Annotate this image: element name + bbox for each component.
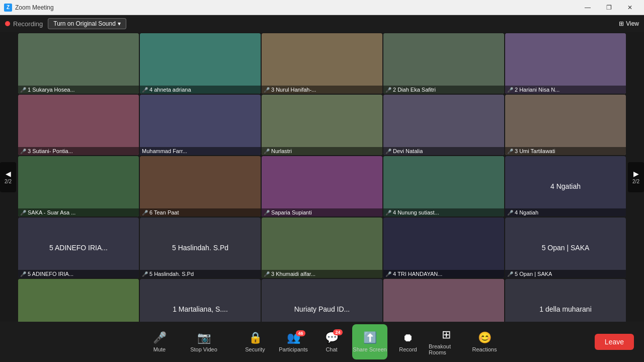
muted-icon: 🎤 <box>385 87 391 93</box>
top-toolbar: Recording Turn on Original Sound ▾ ⊞ Vie… <box>0 15 644 32</box>
participant-cell: Muhammad Farr... <box>140 95 261 155</box>
participants-button[interactable]: 👥 46 Participants <box>276 324 311 359</box>
bottom-toolbar: 🎤 Mute 📷 Stop Video 🔒 Security 👥 46 Part… <box>0 322 644 362</box>
participant-name-display: 5 Opan | SAKA <box>538 240 594 256</box>
participant-name: 3 Umi Tartilawati <box>515 148 555 154</box>
participant-name: 3 Khumaidi alfar... <box>271 271 315 277</box>
record-label: Record <box>399 346 417 352</box>
video-icon: 📷 <box>197 331 211 344</box>
title-bar: Z Zoom Meeting — ❐ ✕ <box>0 0 644 15</box>
muted-icon: 🎤 <box>507 149 513 154</box>
participant-name: 4 Ngatiah <box>515 209 538 215</box>
leave-button[interactable]: Leave <box>595 334 634 350</box>
muted-icon: 🎤 <box>264 210 270 215</box>
chat-label: Chat <box>326 346 337 352</box>
participant-label: 🎤Devi Natalia <box>383 147 504 155</box>
muted-icon: 🎤 <box>20 87 26 93</box>
participant-label: 🎤4 TRI HANDAYAN... <box>383 270 504 278</box>
participant-label: 🎤3 Khumaidi alfar... <box>262 270 382 278</box>
mute-button[interactable]: 🎤 Mute <box>142 324 177 359</box>
participant-cell: 🎤Saparia Supianti <box>262 156 382 216</box>
chat-icon: 💬 24 <box>325 331 339 344</box>
original-sound-button[interactable]: Turn on Original Sound ▾ <box>48 18 126 29</box>
reactions-icon: 😊 <box>478 331 492 344</box>
participant-name-display: Nuriaty Paud ID... <box>290 301 354 317</box>
participant-label: 🎤1 Sukarya Hosea... <box>18 86 139 94</box>
muted-icon: 🎤 <box>264 87 270 93</box>
recording-label: Recording <box>13 20 43 28</box>
participant-label: 🎤6 Tean Paat <box>140 208 261 216</box>
close-button[interactable]: ✕ <box>620 0 640 15</box>
participant-cell: 4 Ngatiah🎤4 Ngatiah <box>505 156 626 216</box>
mute-icon: 🎤 <box>153 331 167 344</box>
chat-button[interactable]: 💬 24 Chat <box>314 324 349 359</box>
view-label: View <box>626 20 639 27</box>
participants-label: Participants <box>279 346 307 352</box>
muted-icon: 🎤 <box>385 210 391 215</box>
participant-name: 5 Opan | SAKA <box>515 271 552 277</box>
participant-label: 🎤5 Haslindah. S.Pd <box>140 270 261 278</box>
participant-name: 5 ADINEFO IRIA... <box>28 271 73 277</box>
participant-name: 1 Sukarya Hosea... <box>28 87 75 93</box>
reactions-label: Reactions <box>472 346 497 352</box>
next-page-button[interactable]: ▶ 2/2 <box>628 162 644 192</box>
participant-label: 🎤2 Diah Eka Safitri <box>383 86 504 94</box>
participant-name-display: 5 ADINEFO IRIA... <box>45 240 112 256</box>
participant-name: 2 Hariani Nisa N... <box>515 87 559 93</box>
muted-icon: 🎤 <box>20 149 26 154</box>
muted-icon: 🎤 <box>507 210 513 215</box>
right-page-label: 2/2 <box>632 179 639 184</box>
muted-icon: 🎤 <box>264 271 270 277</box>
view-button[interactable]: ⊞ View <box>619 20 639 27</box>
minimize-button[interactable]: — <box>578 0 598 15</box>
left-page-label: 2/2 <box>5 179 12 184</box>
prev-page-button[interactable]: ◀ 2/2 <box>0 162 16 192</box>
participant-cell: 🎤6 Tean Paat <box>140 156 261 216</box>
security-button[interactable]: 🔒 Security <box>237 324 273 359</box>
video-grid-wrapper: ◀ 2/2 🎤1 Sukarya Hosea...🎤4 ahneta adria… <box>0 32 644 322</box>
participant-label: 🎤4 Ngatiah <box>505 208 626 216</box>
breakout-rooms-button[interactable]: ⊞ Breakout Rooms <box>429 324 464 359</box>
breakout-icon: ⊞ <box>442 328 451 341</box>
participant-cell: 🎤Devi Natalia <box>383 95 504 155</box>
participant-label: 🎤3 Umi Tartilawati <box>505 147 626 155</box>
participant-name: Muhammad Farr... <box>142 148 187 154</box>
participant-name-display: 1 Martaliana, S.... <box>169 301 232 317</box>
participant-name: 5 Haslindah. S.Pd <box>149 271 194 277</box>
record-icon: ⏺ <box>403 331 414 344</box>
participant-cell: 🎤4 ahneta adriana <box>140 33 261 94</box>
share-screen-label: Share Screen <box>353 346 386 352</box>
participant-cell: 🎤1 Sukarya Hosea... <box>18 33 139 94</box>
participant-label: 🎤5 Opan | SAKA <box>505 270 626 278</box>
participant-cell: 5 ADINEFO IRIA...🎤5 ADINEFO IRIA... <box>18 218 139 278</box>
muted-icon: 🎤 <box>20 271 26 277</box>
participant-name-display: 5 Haslindah. S.Pd <box>168 240 232 256</box>
participant-cell: 🎤Nurlastri <box>262 95 382 155</box>
right-arrow-icon: ▶ <box>633 170 639 178</box>
muted-icon: 🎤 <box>385 271 391 277</box>
muted-icon: 🎤 <box>385 149 391 154</box>
participant-label: 🎤SAKA - Suar Asa ... <box>18 208 139 216</box>
original-sound-chevron: ▾ <box>118 20 121 27</box>
window-title: Zoom Meeting <box>15 4 54 11</box>
participant-name: 4 TRI HANDAYAN... <box>393 271 442 277</box>
participants-badge: 46 <box>296 330 305 336</box>
participant-cell: 🎤2 Diah Eka Safitri <box>383 33 504 94</box>
participant-label: 🎤5 ADINEFO IRIA... <box>18 270 139 278</box>
breakout-label: Breakout Rooms <box>429 343 464 355</box>
participant-cell: 5 Opan | SAKA🎤5 Opan | SAKA <box>505 218 626 278</box>
participant-label: 🎤3 Nurul Hanifah-... <box>262 86 382 94</box>
participant-label: 🎤3 Sutiani- Pontia... <box>18 147 139 155</box>
participant-cell: 🎤SAKA - Suar Asa ... <box>18 156 139 216</box>
security-label: Security <box>245 346 265 352</box>
video-label: Stop Video <box>190 346 217 352</box>
stop-video-button[interactable]: 📷 Stop Video <box>186 324 221 359</box>
record-button[interactable]: ⏺ Record <box>390 324 426 359</box>
maximize-button[interactable]: ❐ <box>599 0 619 15</box>
participant-name: 3 Sutiani- Pontia... <box>28 148 73 154</box>
reactions-button[interactable]: 😊 Reactions <box>467 324 502 359</box>
share-screen-button[interactable]: ⬆️ Share Screen <box>352 324 387 359</box>
participant-name: Nurlastri <box>271 148 292 154</box>
participant-label: 🎤Saparia Supianti <box>262 208 382 216</box>
participant-label: 🎤4 Nunung sutiast... <box>383 208 504 216</box>
